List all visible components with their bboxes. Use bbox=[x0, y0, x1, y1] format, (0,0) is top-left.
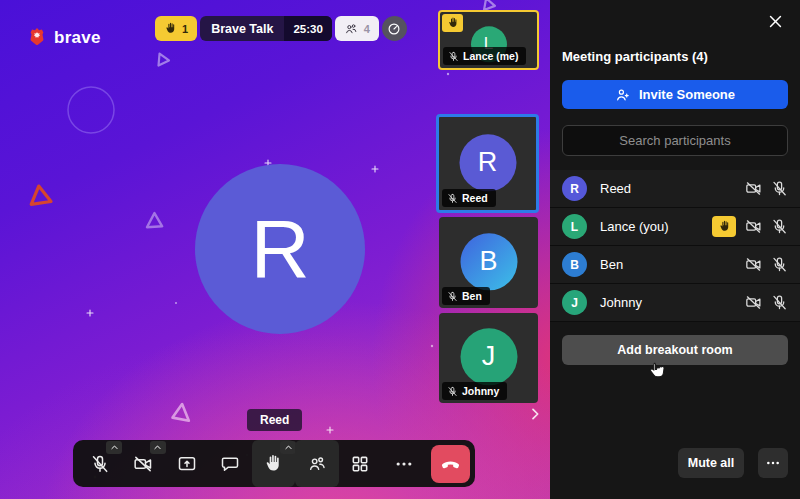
chevron-up-icon bbox=[110, 443, 119, 452]
microphone-mute-button[interactable] bbox=[78, 440, 121, 487]
brave-talk-app: brave 1 Brave Talk 25:30 4 R bbox=[0, 0, 800, 499]
dominant-speaker-avatar: R bbox=[195, 164, 365, 334]
meeting-title-pill: Brave Talk 25:30 bbox=[200, 16, 332, 41]
mic-options-caret[interactable] bbox=[106, 441, 122, 454]
mic-muted-icon bbox=[771, 218, 788, 235]
participant-name: Johnny bbox=[600, 295, 745, 310]
more-dots-icon bbox=[394, 454, 414, 474]
tile-name-label: Lance (me) bbox=[443, 47, 526, 65]
camera-muted-icon bbox=[133, 454, 153, 474]
tile-name: Lance (me) bbox=[463, 50, 518, 62]
tile-name-label: Ben bbox=[442, 287, 490, 305]
tile-view-button[interactable] bbox=[339, 440, 382, 487]
speedometer-icon bbox=[387, 22, 401, 36]
meeting-title: Brave Talk bbox=[200, 22, 284, 36]
meeting-stage: brave 1 Brave Talk 25:30 4 R bbox=[0, 0, 550, 499]
tile-name: Reed bbox=[462, 192, 488, 204]
tile-name-label: Reed bbox=[442, 189, 496, 207]
participant-row-lance[interactable]: L Lance (you) bbox=[550, 208, 800, 246]
search-participants-input[interactable] bbox=[562, 125, 788, 156]
avatar: J bbox=[562, 290, 587, 315]
participants-icon bbox=[307, 454, 327, 474]
camera-muted-icon bbox=[745, 294, 762, 311]
raised-hand-icon bbox=[447, 17, 459, 29]
chat-icon bbox=[220, 454, 240, 474]
avatar: R bbox=[562, 176, 587, 201]
participant-name: Lance (you) bbox=[600, 219, 712, 234]
participant-count-pill[interactable]: 4 bbox=[335, 16, 379, 41]
close-panel-button[interactable] bbox=[767, 13, 787, 33]
add-breakout-room-button[interactable]: Add breakout room bbox=[562, 335, 788, 365]
close-icon bbox=[767, 13, 784, 30]
filmstrip-scroll-chevron[interactable] bbox=[527, 406, 545, 424]
video-tile-ben[interactable]: B Ben bbox=[439, 217, 538, 308]
mic-muted-icon bbox=[447, 193, 458, 204]
chevron-right-icon bbox=[527, 406, 543, 422]
raise-hand-button[interactable] bbox=[252, 440, 295, 487]
raised-hands-count: 1 bbox=[182, 23, 188, 35]
participant-name: Reed bbox=[600, 181, 745, 196]
avatar: J bbox=[460, 328, 517, 385]
brave-logo: brave bbox=[27, 27, 101, 49]
tile-view-icon bbox=[350, 454, 370, 474]
video-tile-reed[interactable]: R Reed bbox=[436, 114, 539, 213]
share-screen-icon bbox=[177, 454, 197, 474]
dominant-speaker-name-tooltip: Reed bbox=[247, 409, 302, 431]
reactions-caret[interactable] bbox=[280, 441, 296, 454]
participant-list: R Reed L Lance (you) B bbox=[550, 170, 800, 322]
chevron-up-icon bbox=[153, 443, 162, 452]
invite-button-label: Invite Someone bbox=[639, 87, 735, 102]
raised-hands-pill[interactable]: 1 bbox=[155, 16, 197, 41]
avatar-initial: B bbox=[570, 258, 579, 272]
raised-hand-badge bbox=[712, 216, 736, 237]
avatar-initial: R bbox=[478, 147, 498, 178]
avatar-initial: R bbox=[570, 182, 579, 196]
raise-hand-icon bbox=[263, 454, 283, 474]
participant-count: 4 bbox=[364, 23, 370, 35]
participant-row-reed[interactable]: R Reed bbox=[550, 170, 800, 208]
meeting-topbar: 1 Brave Talk 25:30 4 bbox=[155, 16, 407, 41]
mic-muted-icon bbox=[448, 51, 459, 62]
more-actions-button[interactable] bbox=[382, 440, 425, 487]
mic-muted-icon bbox=[771, 294, 788, 311]
participants-panel: Meeting participants (4) Invite Someone … bbox=[550, 0, 800, 499]
avatar: B bbox=[460, 233, 517, 290]
tile-name: Johnny bbox=[462, 385, 499, 397]
avatar: B bbox=[562, 252, 587, 277]
camera-muted-icon bbox=[745, 180, 762, 197]
avatar-initial: L bbox=[571, 220, 578, 234]
video-tile-johnny[interactable]: J Johnny bbox=[439, 313, 538, 403]
video-tile-lance[interactable]: L Lance (me) bbox=[438, 10, 539, 70]
camera-options-caret[interactable] bbox=[150, 441, 166, 454]
share-screen-button[interactable] bbox=[165, 440, 208, 487]
avatar-initial: B bbox=[479, 246, 497, 277]
meeting-timer: 25:30 bbox=[284, 16, 331, 41]
participants-button[interactable] bbox=[295, 440, 338, 487]
raised-hand-icon bbox=[164, 22, 177, 35]
panel-more-actions-button[interactable] bbox=[758, 448, 788, 478]
connection-quality-button[interactable] bbox=[382, 16, 407, 41]
participant-row-johnny[interactable]: J Johnny bbox=[550, 284, 800, 322]
mute-all-button[interactable]: Mute all bbox=[678, 448, 744, 478]
leave-call-button[interactable] bbox=[431, 445, 470, 483]
meeting-toolbar bbox=[73, 440, 475, 487]
mic-muted-icon bbox=[447, 386, 458, 397]
participants-panel-title: Meeting participants (4) bbox=[562, 49, 708, 64]
avatar: R bbox=[459, 134, 516, 191]
mic-muted-icon bbox=[771, 256, 788, 273]
hangup-handset-icon bbox=[440, 453, 461, 474]
dominant-speaker-initial: R bbox=[250, 202, 309, 296]
camera-muted-icon bbox=[745, 256, 762, 273]
mic-muted-icon bbox=[447, 291, 458, 302]
chat-button[interactable] bbox=[208, 440, 251, 487]
camera-muted-icon bbox=[745, 218, 762, 235]
invite-someone-button[interactable]: Invite Someone bbox=[562, 80, 788, 109]
chevron-up-icon bbox=[284, 443, 293, 452]
raised-hand-badge bbox=[442, 14, 463, 32]
camera-mute-button[interactable] bbox=[121, 440, 164, 487]
participant-row-ben[interactable]: B Ben bbox=[550, 246, 800, 284]
person-add-icon bbox=[615, 87, 631, 103]
raised-hand-icon bbox=[718, 220, 731, 233]
avatar-initial: J bbox=[482, 341, 496, 372]
brave-logo-text: brave bbox=[54, 28, 101, 48]
